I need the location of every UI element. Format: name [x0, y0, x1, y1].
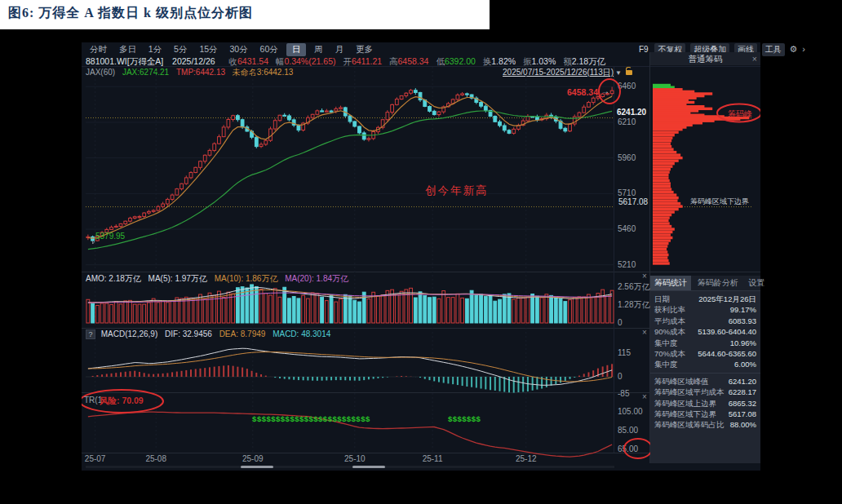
- dollar-signal-run: $$$$$$$: [448, 414, 481, 423]
- svg-text:25-08: 25-08: [145, 454, 166, 463]
- chevron-right-icon[interactable]: ›: [802, 44, 805, 54]
- chip-stats-panel: 筹码统计 筹码龄分析 设置 日期2025年12月26日 获利比率99.17% 平…: [650, 276, 760, 463]
- chart-app-window: 分时 多日 1分 5分 15分 30分 60分 日 周 月 更多 F9 不复权 …: [82, 42, 760, 471]
- dif-value: 32.9456: [183, 329, 212, 338]
- svg-text:85.00: 85.00: [618, 426, 638, 435]
- divider: [650, 373, 760, 374]
- stat-row: 筹码峰区域筹码占比88.00%: [650, 419, 760, 430]
- macd-pane-header: ? MACD(12,26,9) DIF: 32.9456 DEA: 8.7949…: [86, 329, 330, 339]
- close-macd-pane-icon[interactable]: ×: [642, 329, 647, 336]
- high-price-annotation: 6458.34: [533, 87, 598, 97]
- page-title: 图6: 万得全 A 指数日 k 级别点位分析图: [8, 5, 253, 22]
- svg-text:1.28万亿: 1.28万亿: [618, 300, 650, 309]
- svg-text:25-07: 25-07: [85, 454, 106, 463]
- risk-value-label: 风险: 70.09: [100, 396, 144, 407]
- svg-text:25-11: 25-11: [423, 454, 443, 463]
- scrollbar-track: [86, 466, 614, 468]
- tools-button[interactable]: 工具: [762, 43, 785, 56]
- tab-chip-stats[interactable]: 筹码统计: [650, 276, 691, 290]
- svg-text:25-09: 25-09: [242, 454, 264, 463]
- svg-text:25-12: 25-12: [516, 454, 537, 463]
- close-tr-pane-icon[interactable]: ×: [642, 394, 647, 400]
- svg-text:5960: 5960: [618, 153, 636, 162]
- chip-panel-header: 普通筹码 ×: [650, 52, 760, 65]
- stat-row: 平均成本6083.93: [650, 316, 760, 326]
- svg-text:0: 0: [618, 318, 623, 327]
- chip-panel-title: 普通筹码: [689, 54, 723, 64]
- low-price-annotation: 5379.95: [95, 232, 125, 241]
- svg-text:5460: 5460: [618, 224, 636, 233]
- svg-text:5210: 5210: [618, 260, 636, 269]
- new-high-annotation: 创今年新高: [425, 183, 489, 198]
- svg-text:115: 115: [618, 348, 631, 357]
- svg-text:-85: -85: [618, 389, 630, 398]
- dollar-signal-run: $$$$$$$$$$$$$$$$$$$$$$$$$: [252, 414, 370, 423]
- svg-text:2.56万亿: 2.56万亿: [618, 282, 650, 291]
- chip-lower-axis-tag: 5617.08: [618, 197, 648, 206]
- chart-scrollbar-segment[interactable]: [241, 466, 273, 468]
- stat-row: 筹码峰区域下边界5617.08: [650, 409, 760, 419]
- chip-stats-tabs: 筹码统计 筹码龄分析 设置: [650, 276, 760, 291]
- stat-row: 筹码峰区域平均成本6228.17: [650, 387, 760, 397]
- svg-text:0: 0: [618, 372, 623, 381]
- chip-lower-boundary-annotation: 筹码峰区域下边界: [690, 197, 749, 207]
- tab-chip-age[interactable]: 筹码龄分析: [694, 276, 742, 290]
- stat-row: 筹码峰区域峰值6241.20: [650, 376, 760, 387]
- stat-row: 日期2025年12月26日: [650, 294, 760, 304]
- close-volume-pane-icon[interactable]: ×: [642, 273, 647, 280]
- help-icon[interactable]: ?: [86, 329, 95, 339]
- document-title-strip: 图6: 万得全 A 指数日 k 级别点位分析图: [0, 0, 490, 29]
- chip-peak-axis-tag: 6241.20: [617, 108, 646, 117]
- chart-scrollbar-segment[interactable]: [352, 466, 385, 468]
- arrow-right-icon: →: [601, 86, 609, 95]
- stat-row: 90%成本5139.60-6404.40: [650, 326, 760, 337]
- volume-pane-header: AMO: 2.18万亿 MA(5): 1.97万亿 MA(10): 1.86万亿…: [86, 273, 348, 285]
- stat-row: 筹码峰区域上边界6865.32: [650, 398, 760, 409]
- svg-text:65.00: 65.00: [618, 444, 638, 453]
- svg-text:105.00: 105.00: [618, 407, 643, 416]
- stat-row: 集中度6.00%: [650, 359, 760, 369]
- svg-text:6210: 6210: [618, 117, 636, 126]
- gear-icon[interactable]: ⚙: [790, 44, 798, 55]
- stat-row: 70%成本5644.60-6365.60: [650, 348, 760, 359]
- chip-peak-annotation: 筹码峰: [728, 108, 752, 120]
- dea-value: 8.7949: [241, 329, 266, 338]
- amo-value: 2.18万亿: [109, 274, 140, 283]
- stat-row: 获利比率99.17%: [650, 304, 760, 315]
- svg-text:25-10: 25-10: [344, 454, 366, 463]
- macd-value: 48.3014: [301, 329, 330, 338]
- stat-row: 集中度10.96%: [650, 338, 760, 348]
- close-icon[interactable]: ×: [752, 52, 757, 65]
- tab-chip-settings[interactable]: 设置: [745, 276, 769, 290]
- macd-name: MACD(12,26,9): [101, 329, 157, 338]
